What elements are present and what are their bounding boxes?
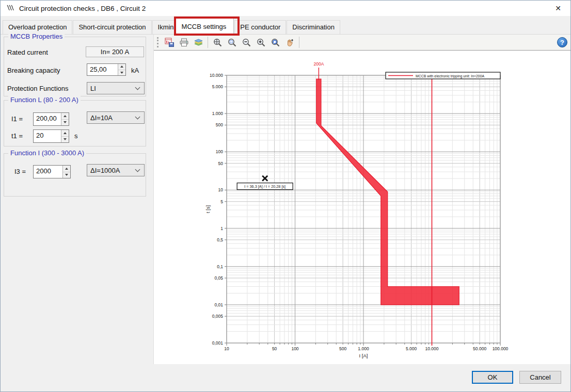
protection-functions-select[interactable]: LI xyxy=(87,82,145,94)
i3-delta-value: ΔI=1000A xyxy=(87,167,136,174)
help-button[interactable]: ? xyxy=(557,37,567,47)
arrow-down-icon xyxy=(64,138,67,140)
breaking-capacity-value[interactable]: 25,00 xyxy=(87,64,118,75)
chart-pane: ? 10.0005.0001.0005001005010510,50,10,05… xyxy=(153,35,571,364)
chevron-down-icon xyxy=(135,85,140,90)
svg-text:10.000: 10.000 xyxy=(210,73,223,78)
step-down-button[interactable] xyxy=(61,137,69,143)
chart-toolbar: ? xyxy=(154,35,571,51)
rated-current-field: In= 200 A xyxy=(86,46,144,57)
protection-functions-label: Protection Functions xyxy=(7,85,69,92)
svg-text:0,01: 0,01 xyxy=(214,302,223,307)
arrow-down-icon xyxy=(120,72,123,74)
tab-discrimination[interactable]: Discrimination xyxy=(287,20,340,34)
layers-icon xyxy=(194,38,203,47)
svg-text:50: 50 xyxy=(272,346,277,351)
tab-pe-conductor[interactable]: PE conductor xyxy=(234,20,286,34)
function-i-group: Function I (300 - 3000 A) I3 = 2000 ΔI=1… xyxy=(4,153,146,197)
close-icon[interactable]: ✕ xyxy=(552,3,564,14)
app-icon xyxy=(6,4,15,13)
i3-label: I3 = xyxy=(14,168,26,175)
chevron-down-icon xyxy=(135,167,140,172)
i1-delta-select[interactable]: ΔI=10A xyxy=(87,111,145,124)
settings-panel: MCCB Properties Rated current In= 200 A … xyxy=(1,35,153,364)
i1-value[interactable]: 200,00 xyxy=(34,113,61,125)
t1-stepper[interactable]: 20 xyxy=(33,129,69,143)
chevron-down-icon xyxy=(135,114,140,119)
svg-text:100: 100 xyxy=(291,346,298,351)
pan-hand-icon xyxy=(285,38,295,47)
ok-button[interactable]: OK xyxy=(472,371,513,384)
breaking-capacity-label: Breaking capacity xyxy=(7,67,60,74)
svg-text:1.000: 1.000 xyxy=(358,346,369,351)
tab-strip: Overload protection Short-circuit protec… xyxy=(1,16,570,35)
y-axis-title: t [s] xyxy=(205,205,211,213)
svg-text:100.000: 100.000 xyxy=(493,346,509,351)
zoom-in-button[interactable] xyxy=(253,36,268,49)
save-chart-button[interactable] xyxy=(162,36,177,49)
tab-short-circuit-protection[interactable]: Short-circuit protection xyxy=(73,20,151,34)
step-down-button[interactable] xyxy=(61,120,69,126)
step-up-button[interactable] xyxy=(61,113,69,120)
tab-mccb-settings[interactable]: MCCB settings xyxy=(174,18,234,35)
svg-text:5: 5 xyxy=(220,199,223,204)
i1-label: I1 = xyxy=(11,115,23,123)
i3-delta-select[interactable]: ΔI=1000A xyxy=(87,164,145,176)
zoom-previous-button[interactable] xyxy=(268,36,282,49)
window-title: Circuit protection checks , DB6 , Circui… xyxy=(19,5,146,12)
cancel-button[interactable]: Cancel xyxy=(519,371,561,384)
svg-text:10: 10 xyxy=(218,187,224,192)
function-l-group: Function L (80 - 200 A) I1 = 200,00 ΔI=1… xyxy=(4,100,146,146)
arrow-up-icon xyxy=(64,132,67,134)
group-title: MCCB Properties xyxy=(8,32,65,40)
zoom-out-button[interactable] xyxy=(239,36,253,49)
group-title: Function I (300 - 3000 A) xyxy=(8,149,86,157)
tab-overload-protection[interactable]: Overload protection xyxy=(3,20,72,34)
i1-delta-value: ΔI=10A xyxy=(87,114,136,122)
zoom-extents-button[interactable] xyxy=(210,36,225,49)
print-icon xyxy=(179,38,189,47)
arrow-up-icon xyxy=(120,66,123,68)
step-down-button[interactable] xyxy=(118,70,125,76)
i3-value[interactable]: 2000 xyxy=(34,166,62,178)
circuit-protection-dialog: Circuit protection checks , DB6 , Circui… xyxy=(0,0,571,392)
arrow-up-icon xyxy=(65,168,68,170)
svg-text:5.000: 5.000 xyxy=(212,84,224,89)
step-down-button[interactable] xyxy=(63,172,70,178)
print-button[interactable] xyxy=(177,36,191,49)
zoom-previous-icon xyxy=(271,38,280,47)
zoom-out-icon xyxy=(242,38,251,47)
t1-value[interactable]: 20 xyxy=(34,130,61,142)
breaking-capacity-stepper[interactable]: 25,00 xyxy=(87,63,126,76)
layers-button[interactable] xyxy=(191,36,205,49)
svg-text:0,5: 0,5 xyxy=(217,237,223,242)
svg-text:50.000: 50.000 xyxy=(473,346,486,351)
svg-text:1: 1 xyxy=(220,226,223,231)
pan-button[interactable] xyxy=(282,36,297,49)
svg-text:50: 50 xyxy=(218,161,224,166)
svg-text:1.000: 1.000 xyxy=(212,111,224,116)
breaking-capacity-unit: kA xyxy=(131,67,139,74)
svg-text:5.000: 5.000 xyxy=(406,346,417,351)
arrow-down-icon xyxy=(64,121,67,123)
zoom-window-icon xyxy=(227,38,237,47)
i3-stepper[interactable]: 2000 xyxy=(33,165,71,178)
svg-text:0,005: 0,005 xyxy=(212,314,224,319)
step-up-button[interactable] xyxy=(118,64,125,70)
i1-stepper[interactable]: 200,00 xyxy=(33,112,69,126)
toolbar-separator xyxy=(299,37,299,48)
arrow-up-icon xyxy=(64,115,67,117)
zoom-window-button[interactable] xyxy=(225,36,239,49)
step-up-button[interactable] xyxy=(63,166,70,172)
svg-text:500: 500 xyxy=(216,122,223,127)
svg-text:10.000: 10.000 xyxy=(425,346,439,351)
trip-curve-chart[interactable]: 10.0005.0001.0005001005010510,50,10,050,… xyxy=(154,51,571,364)
footer-bar: OK Cancel xyxy=(1,364,570,392)
toolbar-separator xyxy=(208,37,208,48)
zoom-extents-icon xyxy=(213,38,223,47)
svg-text:10: 10 xyxy=(224,346,229,351)
step-up-button[interactable] xyxy=(61,130,69,137)
toolbar-grip[interactable] xyxy=(157,37,158,47)
svg-text:0,1: 0,1 xyxy=(217,264,223,269)
svg-text:500: 500 xyxy=(339,346,346,351)
